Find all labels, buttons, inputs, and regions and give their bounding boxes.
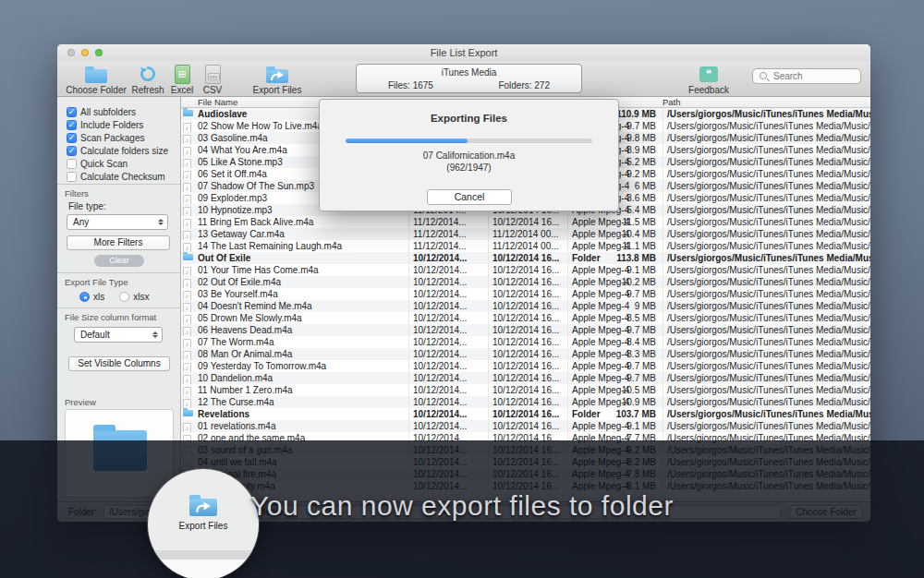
titlebar[interactable]: File List Export [57, 44, 870, 61]
scan-option-include-folders[interactable]: ✓Include Folders [67, 119, 143, 130]
export-type-header: Export File Type [65, 277, 128, 287]
table-row[interactable]: ♪05 Drown Me Slowly.m4a10/12/2014...10/1… [181, 312, 870, 324]
audio-file-icon: ♪ [183, 300, 196, 313]
clear-button[interactable]: Clear [94, 255, 144, 267]
checkbox-icon[interactable]: ✓ [67, 146, 77, 156]
audio-file-icon: ♪ [183, 372, 196, 385]
checkbox-icon[interactable] [67, 159, 77, 169]
audio-file-icon: ♪ [183, 156, 196, 169]
csv-icon [196, 64, 229, 84]
path-cell: /Users/giorgos/Music/iTunes/iTunes Media… [663, 396, 870, 408]
checkbox-icon[interactable]: ✓ [67, 120, 77, 130]
more-filters-button[interactable]: More Filters [67, 235, 170, 250]
checkbox-icon[interactable]: ✓ [67, 133, 77, 143]
audio-file-icon: ♪ [183, 228, 196, 241]
set-visible-columns-button[interactable]: Set Visible Columns [68, 356, 170, 371]
csv-export-button[interactable]: CSV [196, 64, 229, 95]
feedback-button[interactable]: Feedback [688, 64, 729, 95]
table-row[interactable]: ♪01 revelations.m4a10/12/2014...10/12/20… [181, 420, 870, 432]
date-created-cell: 10/12/2014... [408, 300, 486, 312]
divider [57, 184, 180, 185]
checkbox-icon[interactable]: ✓ [67, 107, 77, 117]
audio-file-icon: ♪ [183, 384, 196, 397]
cancel-button[interactable]: Cancel [427, 189, 512, 205]
table-row[interactable]: ♪13 Getaway Car.m4a11/12/2014...11/12/20… [181, 228, 870, 240]
tutorial-spotlight[interactable]: Export Files [148, 469, 259, 578]
path-cell: /Users/giorgos/Music/iTunes/iTunes Media… [663, 348, 870, 360]
table-row[interactable]: Revelations10/12/2014...10/12/2014 16...… [181, 408, 870, 420]
path-cell: /Users/giorgos/Music/iTunes/iTunes Media… [663, 216, 870, 228]
audio-file-icon: ♪ [183, 288, 196, 301]
date-created-cell: 10/12/2014... [408, 264, 486, 276]
checkbox-label: Scan Packages [80, 133, 145, 143]
path-cell: /Users/giorgos/Music/iTunes/iTunes Media… [663, 312, 870, 324]
date-modified-cell: 10/12/2014 16... [488, 312, 565, 324]
size-cell: 10.9 MB [597, 396, 656, 408]
files-count: Files: 1675 [388, 80, 433, 90]
date-created-cell: 10/12/2014... [408, 336, 486, 348]
path-cell: /Users/giorgos/Music/iTunes/iTunes Media… [663, 168, 870, 180]
date-modified-cell: 10/12/2014 16... [488, 384, 565, 396]
scan-option-all-subfolders[interactable]: ✓All subfolders [67, 106, 136, 117]
table-row[interactable]: ♪04 Doesn't Remind Me.m4a10/12/2014...10… [181, 300, 870, 312]
table-row[interactable]: ♪10 Dandelion.m4a10/12/2014...10/12/2014… [181, 372, 870, 384]
file-name-cell: 04 Doesn't Remind Me.m4a [198, 300, 405, 312]
radio-label: xls [93, 292, 104, 302]
table-row[interactable]: ♪07 The Worm.m4a10/12/2014...10/12/2014 … [181, 336, 870, 348]
date-modified-cell: 10/12/2014 16... [488, 300, 565, 312]
filters-header: Filters [65, 188, 89, 199]
date-created-cell: 10/12/2014... [408, 324, 486, 336]
table-row[interactable]: ♪01 Your Time Has Come.m4a10/12/2014...1… [181, 264, 870, 276]
date-created-cell: 10/12/2014... [408, 252, 486, 264]
table-row[interactable]: ♪03 Be Yourself.m4a10/12/2014...10/12/20… [181, 288, 870, 300]
date-modified-cell: 10/12/2014 16... [488, 348, 565, 360]
search-field[interactable] [752, 68, 861, 84]
radio-icon[interactable] [119, 292, 129, 302]
size-cell: 9 MB [597, 300, 656, 312]
path-cell: /Users/giorgos/Music/iTunes/iTunes Media… [663, 288, 870, 300]
window-title: File List Export [57, 47, 870, 58]
date-modified-cell: 10/12/2014 16... [488, 360, 565, 372]
checkbox-icon[interactable] [67, 172, 77, 182]
table-row[interactable]: ♪06 Heavens Dead.m4a10/12/2014...10/12/2… [181, 324, 870, 336]
table-row[interactable]: ♪02 Out Of Exile.m4a10/12/2014...10/12/2… [181, 276, 870, 288]
path-cell: /Users/giorgos/Music/iTunes/iTunes Media… [663, 300, 870, 312]
table-row[interactable]: Out Of Exile10/12/2014...10/12/2014 16..… [181, 252, 870, 264]
radio-xlsx[interactable]: xlsx [119, 292, 149, 302]
table-row[interactable]: ♪14 The Last Remaining Laugh.m4a11/12/20… [181, 240, 870, 252]
size-cell: 10.2 MB [597, 276, 656, 288]
scan-option-quick-scan[interactable]: Quick Scan [67, 158, 128, 169]
table-row[interactable]: ♪09 Yesterday To Tomorrow.m4a10/12/2014.… [181, 360, 870, 372]
size-cell: 9.1 MB [597, 420, 656, 432]
radio-icon[interactable] [79, 292, 90, 302]
date-modified-cell: 10/12/2014 16... [488, 420, 565, 432]
table-row[interactable]: ♪11 Bring Em Back Alive.m4a11/12/2014...… [181, 216, 870, 228]
date-modified-cell: 11/12/2014 00... [488, 240, 565, 252]
size-format-dropdown[interactable]: Default [74, 327, 163, 343]
column-header-path[interactable]: Path [663, 97, 681, 108]
decorative-band [148, 550, 259, 560]
column-header-file-name[interactable]: File Name [198, 97, 237, 108]
path-cell: /Users/giorgos/Music/iTunes/iTunes Media… [663, 132, 870, 144]
file-type-dropdown[interactable]: Any [67, 214, 168, 230]
audio-file-icon: ♪ [183, 336, 196, 349]
search-input[interactable] [773, 71, 857, 81]
export-folder-icon [248, 64, 307, 84]
choose-folder-button[interactable]: Choose Folder [65, 64, 128, 95]
audio-file-icon: ♪ [183, 144, 196, 157]
table-row[interactable]: ♪12 The Curse.m4a10/12/2014...10/12/2014… [181, 396, 870, 408]
scan-option-calculate-folders-size[interactable]: ✓Calculate folders size [67, 145, 168, 156]
table-row[interactable]: ♪11 Number 1 Zero.m4a10/12/2014...10/12/… [181, 384, 870, 396]
date-created-cell: 11/12/2014... [408, 216, 486, 228]
table-row[interactable]: ♪08 Man Or Animal.m4a10/12/2014...10/12/… [181, 348, 870, 360]
size-cell: 113.8 MB [597, 252, 656, 264]
dialog-title: Exporting Files [320, 113, 618, 124]
date-created-cell: 10/12/2014... [408, 384, 486, 396]
path-cell: /Users/giorgos/Music/iTunes/iTunes Media… [663, 156, 870, 168]
audio-file-icon: ♪ [183, 132, 196, 145]
radio-xls[interactable]: xls [79, 292, 104, 302]
audio-file-icon: ♪ [183, 168, 196, 181]
scan-option-calculate-checksum[interactable]: Calculate Checksum [67, 171, 165, 182]
export-files-button[interactable]: Export Files [248, 64, 307, 95]
scan-option-scan-packages[interactable]: ✓Scan Packages [67, 132, 145, 143]
